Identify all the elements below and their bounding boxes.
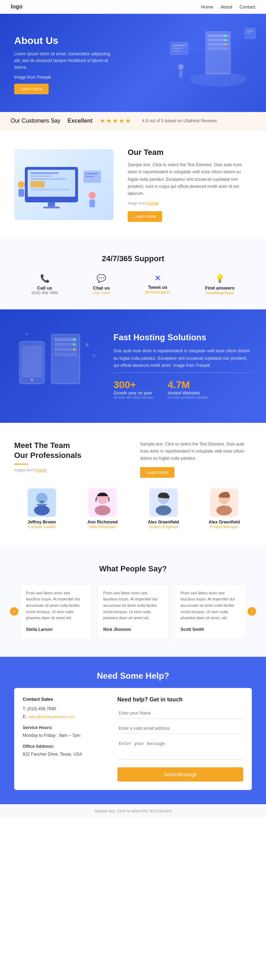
stat-websites: 4.7M Hosted Websites Ut enim ad minim ve… [168, 379, 208, 399]
professionals-learn-more-button[interactable]: Learn more [140, 467, 175, 478]
avatar-jeffrey [28, 488, 56, 517]
stat-websites-sub: Ut enim ad minim veniam [168, 396, 208, 399]
testimonial-1-text: Proin sed libero enim sed faucibus turpi… [26, 590, 86, 621]
team-cards: Jeffrey Brown Creative Leader Ann Richmo… [14, 488, 252, 529]
ann-name: Ann Richmond [75, 520, 131, 525]
testimonials-next-button[interactable]: › [248, 607, 256, 616]
svg-rect-37 [22, 345, 42, 377]
svg-rect-28 [43, 207, 60, 208]
navbar: logo Home About Contact [0, 0, 266, 14]
testimonials-prev-button[interactable]: ‹ [10, 607, 18, 616]
svg-rect-35 [89, 200, 95, 207]
svg-rect-33 [18, 189, 24, 197]
stat-growth-number: 300+ [113, 379, 154, 391]
stat-websites-number: 4.7M [168, 379, 208, 391]
support-item-chat[interactable]: 💬 Chat us Live Chart [92, 274, 110, 295]
form-name-input[interactable] [117, 708, 243, 719]
testimonials-wrapper: ‹ Proin sed libero enim sed faucibus tur… [14, 584, 252, 639]
footer-text: Sample text. Click to select the Text El… [95, 809, 172, 813]
nav-home[interactable]: Home [201, 4, 213, 10]
svg-point-6 [224, 39, 226, 41]
service-hours: Monday to Friday : 9am – 7pm [23, 732, 107, 740]
hosting-content: Fast Hosting Solutions Duis aute irure d… [113, 332, 252, 399]
jeffrey-role: Creative Leader [14, 525, 70, 529]
alex2-role: Project Manager [197, 525, 252, 529]
form-send-button[interactable]: Send Message [117, 767, 243, 781]
svg-point-18 [178, 64, 184, 70]
contact-email-link[interactable]: sales@hostingdomain.com [28, 714, 75, 719]
form-email-input[interactable] [117, 723, 243, 734]
hosting-illustration [14, 327, 103, 405]
hosting-title: Fast Hosting Solutions [113, 332, 252, 342]
team-image-credit: Image from Freepik [128, 200, 252, 206]
ann-role: Web Developer [75, 525, 131, 529]
footer-bar: Sample text. Click to select the Text El… [0, 804, 266, 817]
testimonial-card-3: Proin sed libero enim sed faucibus turpi… [175, 584, 246, 639]
avatar-alex2 [210, 488, 238, 517]
team-content: Our Team Sample text. Click to select th… [128, 148, 252, 222]
testimonial-3-reviewer: Scott Smith [180, 626, 240, 633]
tweet-sub: @HostSupport [145, 290, 170, 294]
logo: logo [11, 3, 23, 10]
professionals-section: Meet The Team Our Professionals Images f… [0, 423, 266, 547]
svg-rect-10 [172, 45, 186, 46]
service-hours-label: Service Hours: [23, 724, 107, 732]
call-number: (010) 456 7890 [32, 291, 58, 295]
form-message-input[interactable] [117, 738, 243, 760]
stat-websites-label: Hosted Websites [168, 391, 208, 396]
nav-contact[interactable]: Contact [239, 4, 255, 10]
stat-growth: 300+ Growth year on year Ut enim ad mini… [113, 379, 154, 399]
team-description: Sample text. Click to select the Text El… [128, 161, 252, 197]
team-illustration [14, 149, 113, 220]
alex1-name: Alex Greenfield [136, 520, 191, 525]
avatar-ann [88, 488, 117, 517]
professionals-image-credit: Images from Freepik [14, 468, 126, 472]
contact-email: E: sales@hostingdomain.com [23, 713, 107, 721]
hero-image-credit: Image from Freepik [14, 74, 113, 81]
hosting-stats: 300+ Growth year on year Ut enim ad mini… [113, 372, 252, 399]
professionals-right: Sample text. Click to select the Text El… [140, 441, 252, 478]
svg-rect-14 [247, 30, 253, 32]
svg-rect-43 [54, 353, 77, 356]
testimonial-card-2: Proin sed libero enim sed faucibus turpi… [97, 584, 169, 639]
svg-point-38 [30, 378, 33, 381]
hero-illustration [159, 21, 259, 92]
bulb-icon: 💡 [205, 274, 234, 283]
contact-sales-label: Contact Sales [23, 697, 107, 702]
professionals-left: Meet The Team Our Professionals Images f… [14, 441, 126, 478]
jeffrey-name: Jeffrey Brown [14, 520, 70, 525]
svg-rect-23 [30, 175, 52, 177]
testimonial-2-reviewer: Nick Jhonson [103, 626, 163, 633]
svg-rect-39 [51, 334, 80, 384]
hero-title: About Us [14, 35, 113, 46]
svg-point-32 [18, 181, 25, 188]
contact-phone: T: (010) 456 7890 [23, 705, 107, 713]
testimonial-card-1: Proin sed libero enim sed faucibus turpi… [20, 584, 91, 639]
svg-point-45 [73, 344, 75, 345]
svg-point-46 [73, 348, 75, 350]
team-section: Our Team Sample text. Click to select th… [0, 130, 266, 240]
testimonials-title: What People Say? [14, 564, 252, 573]
help-section: Need Some Help? Contact Sales T: (010) 4… [0, 657, 266, 804]
office-label: Office Address: [23, 743, 107, 751]
rating-bar: Our Customers Say Excellent ★★★★★ 4.9 ou… [0, 112, 266, 130]
nav-about[interactable]: About [220, 4, 232, 10]
avatar-alex1 [149, 488, 178, 517]
testimonial-1-reviewer: Stella Larson [26, 626, 86, 633]
svg-point-7 [224, 43, 226, 45]
professionals-top: Meet The Team Our Professionals Images f… [14, 441, 252, 478]
svg-rect-22 [30, 172, 59, 174]
alex1-role: System Engineer [136, 525, 191, 529]
svg-line-16 [188, 49, 206, 49]
hero-learn-more-button[interactable]: Learn more [14, 84, 49, 94]
rating-detail: 4.9 out of 5 based on UltaHost Reviews [142, 118, 217, 123]
team-learn-more-button[interactable]: Learn more [128, 211, 162, 222]
chat-icon: 💬 [92, 274, 110, 283]
support-item-answers: 💡 Find answers KnowledgeBase [205, 274, 234, 295]
svg-point-48 [85, 343, 89, 347]
svg-point-8 [190, 72, 247, 86]
form-title: Need help? Get in touch [117, 697, 243, 703]
support-title: 24/7/365 Support [14, 254, 252, 263]
hosting-section: Fast Hosting Solutions Duis aute irure d… [0, 309, 266, 423]
stat-growth-sub: Ut enim ad minim veniam [113, 396, 154, 399]
